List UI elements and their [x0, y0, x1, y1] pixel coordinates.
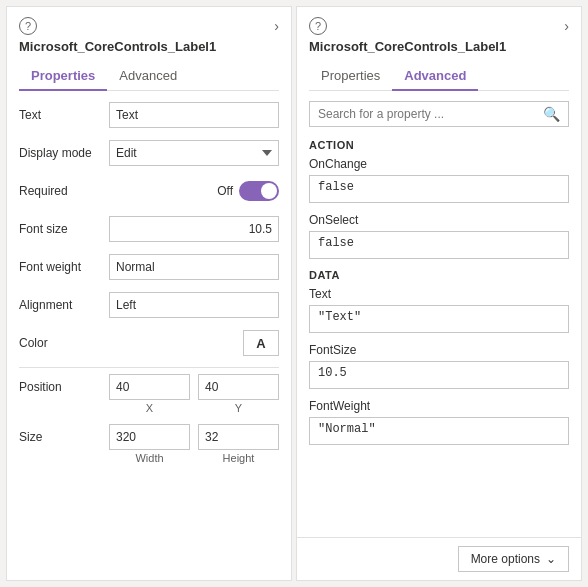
size-height-group: [198, 424, 279, 450]
font-weight-control: [109, 254, 279, 280]
color-box-wrapper: A: [109, 330, 279, 356]
font-size-label: Font size: [19, 222, 109, 236]
property-row-position: Position X Y: [19, 374, 279, 414]
more-options-bar: More options ⌄: [297, 537, 581, 580]
tab-advanced-right[interactable]: Advanced: [392, 62, 478, 91]
data-section-header: DATA: [309, 269, 569, 281]
more-options-button[interactable]: More options ⌄: [458, 546, 569, 572]
alignment-control: [109, 292, 279, 318]
alignment-label: Alignment: [19, 298, 109, 312]
display-mode-select[interactable]: Edit View Disabled: [109, 140, 279, 166]
toggle-off-label: Off: [217, 184, 233, 198]
color-control: A: [109, 330, 279, 356]
data-fontsize-value[interactable]: 10.5: [309, 361, 569, 389]
more-options-label: More options: [471, 552, 540, 566]
onselect-label: OnSelect: [309, 213, 569, 227]
right-panel-body: 🔍 ACTION OnChange false OnSelect false D…: [297, 91, 581, 537]
onselect-value[interactable]: false: [309, 231, 569, 259]
size-height-input[interactable]: [198, 424, 279, 450]
panels-container: ? › Microsoft_CoreControls_Label1 Proper…: [0, 0, 588, 587]
font-size-control: [109, 216, 279, 242]
action-section: ACTION OnChange false OnSelect false: [309, 139, 569, 259]
right-help-icon[interactable]: ?: [309, 17, 327, 35]
font-weight-input[interactable]: [109, 254, 279, 280]
left-help-row: ? ›: [19, 17, 279, 35]
color-box[interactable]: A: [243, 330, 279, 356]
size-fields: Width Height: [109, 424, 279, 464]
toggle-wrapper: Off: [217, 181, 279, 201]
position-y-input[interactable]: [198, 374, 279, 400]
axis-labels: X Y: [109, 402, 279, 414]
data-text-value[interactable]: "Text": [309, 305, 569, 333]
required-label: Required: [19, 184, 109, 198]
font-weight-label: Font weight: [19, 260, 109, 274]
tab-properties-left[interactable]: Properties: [19, 62, 107, 91]
toggle-thumb: [261, 183, 277, 199]
required-control: Off: [109, 181, 279, 201]
position-label: Position: [19, 374, 109, 394]
left-help-icon[interactable]: ?: [19, 17, 37, 35]
search-box[interactable]: 🔍: [309, 101, 569, 127]
required-toggle[interactable]: [239, 181, 279, 201]
property-row-display-mode: Display mode Edit View Disabled: [19, 139, 279, 167]
left-panel-body: Text Display mode Edit View Disabled: [7, 91, 291, 580]
x-axis-label: X: [109, 402, 190, 414]
position-x-input[interactable]: [109, 374, 190, 400]
right-tabs: Properties Advanced: [309, 62, 569, 91]
alignment-input[interactable]: [109, 292, 279, 318]
action-section-header: ACTION: [309, 139, 569, 151]
property-row-color: Color A: [19, 329, 279, 357]
data-fontsize-label: FontSize: [309, 343, 569, 357]
right-help-row: ? ›: [309, 17, 569, 35]
width-label: Width: [109, 452, 190, 464]
tab-advanced-left[interactable]: Advanced: [107, 62, 189, 91]
search-icon: 🔍: [543, 106, 560, 122]
height-label: Height: [198, 452, 279, 464]
right-panel-header: ? › Microsoft_CoreControls_Label1 Proper…: [297, 7, 581, 91]
onchange-value[interactable]: false: [309, 175, 569, 203]
position-y-group: [198, 374, 279, 400]
size-width-input[interactable]: [109, 424, 190, 450]
left-panel-header: ? › Microsoft_CoreControls_Label1 Proper…: [7, 7, 291, 91]
left-panel-title: Microsoft_CoreControls_Label1: [19, 39, 279, 54]
left-panel: ? › Microsoft_CoreControls_Label1 Proper…: [6, 6, 292, 581]
right-chevron-icon[interactable]: ›: [564, 18, 569, 34]
left-chevron-icon[interactable]: ›: [274, 18, 279, 34]
size-label: Size: [19, 424, 109, 444]
search-input[interactable]: [318, 107, 543, 121]
size-width-group: [109, 424, 190, 450]
right-panel: ? › Microsoft_CoreControls_Label1 Proper…: [296, 6, 582, 581]
position-fields: X Y: [109, 374, 279, 414]
y-axis-label: Y: [198, 402, 279, 414]
property-row-font-weight: Font weight: [19, 253, 279, 281]
color-label: Color: [19, 336, 109, 350]
onchange-label: OnChange: [309, 157, 569, 171]
chevron-down-icon: ⌄: [546, 552, 556, 566]
property-row-required: Required Off: [19, 177, 279, 205]
data-fontweight-label: FontWeight: [309, 399, 569, 413]
text-input[interactable]: [109, 102, 279, 128]
font-size-input[interactable]: [109, 216, 279, 242]
property-row-alignment: Alignment: [19, 291, 279, 319]
divider-1: [19, 367, 279, 368]
data-section: DATA Text "Text" FontSize 10.5 FontWeigh…: [309, 269, 569, 445]
property-row-font-size: Font size: [19, 215, 279, 243]
size-axis-labels: Width Height: [109, 452, 279, 464]
text-property-label: Text: [19, 108, 109, 122]
data-fontweight-value[interactable]: "Normal": [309, 417, 569, 445]
display-mode-label: Display mode: [19, 146, 109, 160]
position-inputs: [109, 374, 279, 400]
display-mode-control: Edit View Disabled: [109, 140, 279, 166]
text-property-control: [109, 102, 279, 128]
right-panel-title: Microsoft_CoreControls_Label1: [309, 39, 569, 54]
left-tabs: Properties Advanced: [19, 62, 279, 91]
data-text-label: Text: [309, 287, 569, 301]
size-inputs: [109, 424, 279, 450]
position-x-group: [109, 374, 190, 400]
property-row-size: Size Width Height: [19, 424, 279, 464]
tab-properties-right[interactable]: Properties: [309, 62, 392, 91]
property-row-text: Text: [19, 101, 279, 129]
